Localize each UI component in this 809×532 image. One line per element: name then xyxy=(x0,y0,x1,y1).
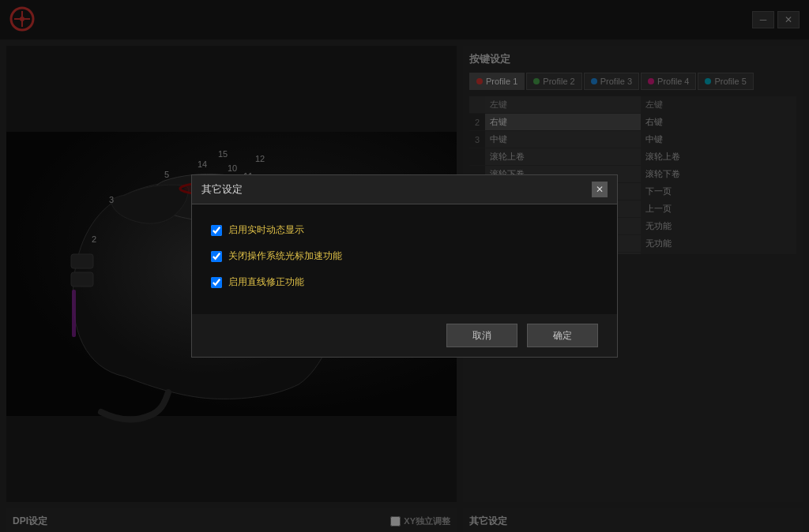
modal-option-1: 关闭操作系统光标加速功能 xyxy=(211,249,598,263)
modal-close-button[interactable]: ✕ xyxy=(592,182,608,197)
modal-option-label-2: 启用直线修正功能 xyxy=(228,275,304,289)
modal-option-0: 启用实时动态显示 xyxy=(211,223,598,237)
modal-option-2: 启用直线修正功能 xyxy=(211,275,598,289)
modal-body: 启用实时动态显示关闭操作系统光标加速功能启用直线修正功能 xyxy=(192,204,617,314)
modal-title: 其它设定 xyxy=(201,182,243,197)
modal-footer: 取消 确定 xyxy=(192,314,617,357)
cancel-button[interactable]: 取消 xyxy=(446,324,517,347)
other-settings-modal: 其它设定 ✕ 启用实时动态显示关闭操作系统光标加速功能启用直线修正功能 取消 确… xyxy=(191,174,618,358)
confirm-button[interactable]: 确定 xyxy=(527,324,598,347)
modal-option-label-1: 关闭操作系统光标加速功能 xyxy=(228,249,342,263)
modal-checkbox-0[interactable] xyxy=(211,225,222,236)
modal-title-bar: 其它设定 ✕ xyxy=(192,175,617,204)
modal-option-label-0: 启用实时动态显示 xyxy=(228,223,304,237)
modal-checkbox-1[interactable] xyxy=(211,251,222,262)
modal-checkbox-2[interactable] xyxy=(211,277,222,288)
modal-overlay: 其它设定 ✕ 启用实时动态显示关闭操作系统光标加速功能启用直线修正功能 取消 确… xyxy=(0,0,809,532)
